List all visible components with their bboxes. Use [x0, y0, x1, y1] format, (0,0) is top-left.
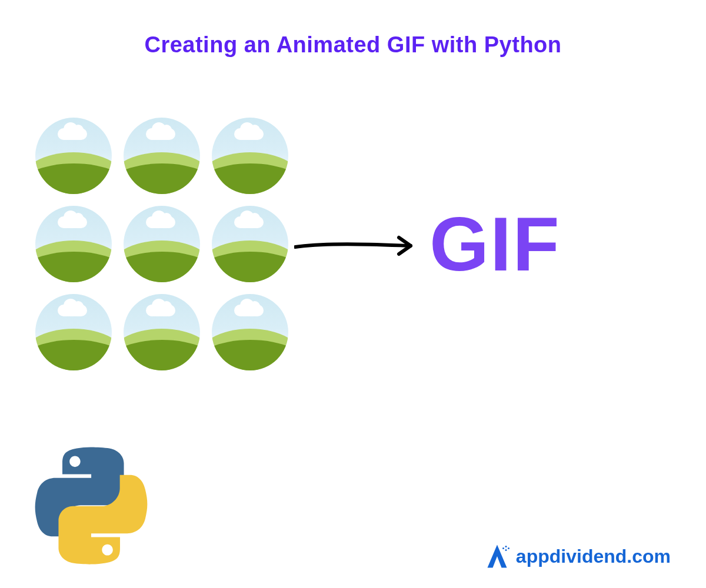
frames-grid — [35, 118, 288, 370]
landscape-circle-icon — [124, 294, 200, 370]
landscape-circle-icon — [212, 118, 288, 194]
landscape-circle-icon — [212, 206, 288, 282]
brand-text: appdividend.com — [516, 546, 671, 567]
landscape-circle-icon — [124, 118, 200, 194]
landscape-circle-icon — [124, 206, 200, 282]
landscape-circle-icon — [212, 294, 288, 370]
page-title: Creating an Animated GIF with Python — [0, 32, 706, 58]
svg-point-2 — [505, 549, 507, 551]
svg-point-0 — [502, 547, 504, 549]
output-label: GIF — [429, 200, 561, 288]
landscape-circle-icon — [35, 118, 112, 194]
landscape-circle-icon — [35, 294, 112, 370]
appdividend-logo-icon — [483, 542, 511, 570]
python-logo-icon — [32, 447, 150, 564]
landscape-circle-icon — [35, 206, 112, 282]
svg-point-1 — [505, 546, 507, 547]
brand-watermark: appdividend.com — [483, 542, 671, 570]
arrow-right-icon — [294, 234, 424, 258]
svg-point-3 — [508, 547, 509, 549]
